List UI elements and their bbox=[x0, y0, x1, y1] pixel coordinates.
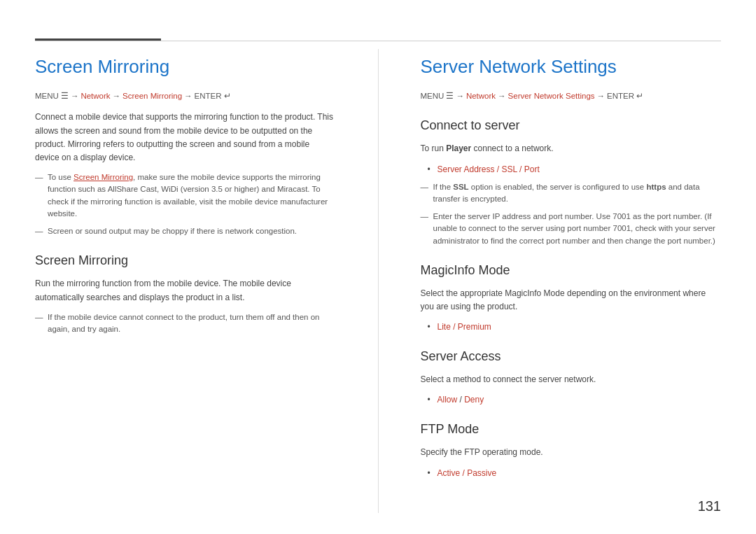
menu-label: MENU bbox=[35, 90, 59, 102]
network-link-right[interactable]: Network bbox=[466, 90, 496, 102]
bullet-allow-deny: Allow / Deny bbox=[428, 393, 722, 406]
magicinfo-mode-bullets: Lite / Premium bbox=[421, 321, 722, 333]
server-access-heading: Server Access bbox=[421, 347, 722, 366]
network-link-left[interactable]: Network bbox=[80, 90, 110, 102]
magicinfo-mode-heading: MagicInfo Mode bbox=[421, 261, 722, 280]
left-section-heading: Screen Mirroring bbox=[35, 251, 336, 270]
arrow3-left: → bbox=[184, 90, 192, 102]
arrow2-right: → bbox=[498, 90, 506, 102]
ftp-mode-heading: FTP Mode bbox=[421, 420, 722, 439]
server-access-body: Select a method to connect the server ne… bbox=[421, 373, 722, 386]
right-column: Server Network Settings MENU ☰ → Network… bbox=[378, 49, 722, 513]
connect-to-server-bullets: Server Address / SSL / Port bbox=[421, 163, 722, 176]
menu-label-right: MENU bbox=[421, 90, 444, 102]
arrow1-right: → bbox=[456, 90, 464, 102]
page-number: 131 bbox=[698, 496, 721, 517]
connect-note-2: Enter the server IP address and port num… bbox=[421, 211, 722, 247]
allow-deny-separator: / bbox=[457, 395, 464, 405]
left-menu-path: MENU ☰ → Network → Screen Mirroring → EN… bbox=[35, 90, 336, 102]
connect-to-server-body: To run Player connect to a network. bbox=[421, 142, 722, 155]
magicinfo-mode-link[interactable]: MagicInfo Mode bbox=[505, 288, 564, 298]
ftp-mode-bullets: Active / Passive bbox=[421, 467, 722, 479]
left-intro-text: Connect a mobile device that supports th… bbox=[35, 111, 336, 164]
connect-note-1: If the SSL option is enabled, the server… bbox=[421, 181, 722, 206]
note1-prefix: To use bbox=[48, 173, 74, 181]
left-note-2: Screen or sound output may be choppy if … bbox=[35, 225, 336, 237]
ftp-mode-body: Specify the FTP operating mode. bbox=[421, 446, 722, 459]
allow-link[interactable]: Allow bbox=[438, 395, 458, 405]
enter-icon-left: ↵ bbox=[224, 90, 231, 102]
connect-to-server-heading: Connect to server bbox=[421, 116, 722, 135]
top-rule bbox=[35, 41, 721, 41]
enter-icon-right: ↵ bbox=[636, 90, 643, 102]
menu-icon-left: ☰ bbox=[61, 90, 69, 102]
arrow3-right: → bbox=[597, 90, 606, 102]
magicinfo-mode-body: Select the appropriate MagicInfo Mode de… bbox=[421, 287, 722, 314]
enter-label-right: ENTER bbox=[607, 90, 634, 102]
deny-link[interactable]: Deny bbox=[464, 395, 484, 405]
server-network-settings-link[interactable]: Server Network Settings bbox=[508, 90, 595, 102]
left-section-text: Run the mirroring function from the mobi… bbox=[35, 277, 336, 304]
bullet-active-passive: Active / Passive bbox=[428, 467, 722, 479]
left-section-note: If the mobile device cannot connect to t… bbox=[35, 311, 336, 336]
screen-mirroring-highlight: Screen Mirroring bbox=[74, 173, 133, 181]
right-menu-path: MENU ☰ → Network → Server Network Settin… bbox=[421, 90, 722, 102]
screen-mirroring-link[interactable]: Screen Mirroring bbox=[122, 90, 182, 102]
menu-icon-right: ☰ bbox=[446, 90, 454, 102]
bullet-server-address: Server Address / SSL / Port bbox=[428, 163, 722, 176]
left-note-1: To use Screen Mirroring, make sure the m… bbox=[35, 171, 336, 220]
right-title: Server Network Settings bbox=[421, 56, 722, 78]
server-access-bullets: Allow / Deny bbox=[421, 393, 722, 406]
arrow2-left: → bbox=[113, 90, 121, 102]
left-title: Screen Mirroring bbox=[35, 56, 336, 78]
active-passive-link[interactable]: Active / Passive bbox=[438, 468, 497, 478]
enter-label-left: ENTER bbox=[195, 90, 222, 102]
arrow1-left: → bbox=[71, 90, 79, 102]
left-column: Screen Mirroring MENU ☰ → Network → Scre… bbox=[35, 49, 336, 513]
bullet-lite-premium: Lite / Premium bbox=[428, 321, 722, 333]
lite-premium-link[interactable]: Lite / Premium bbox=[438, 322, 491, 332]
server-address-link[interactable]: Server Address / SSL / Port bbox=[438, 164, 540, 174]
